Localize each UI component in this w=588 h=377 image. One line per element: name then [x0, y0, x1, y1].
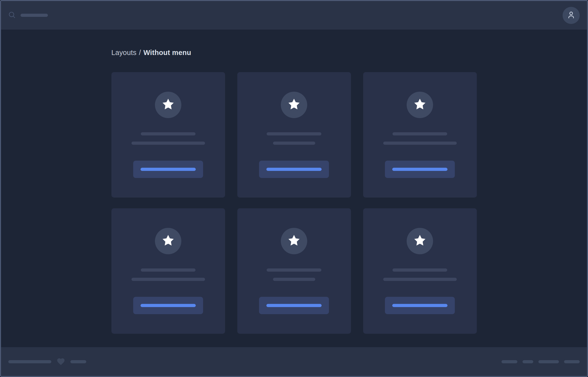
star-icon	[162, 98, 174, 112]
card-subtitle-skeleton	[383, 278, 457, 281]
card-subtitle-skeleton	[273, 278, 315, 281]
card-title-skeleton	[267, 269, 321, 272]
card-avatar	[407, 228, 433, 254]
card-action-button[interactable]	[133, 161, 203, 178]
card-title-skeleton	[141, 132, 196, 135]
breadcrumb: Layouts/Without menu	[111, 48, 477, 57]
user-menu-button[interactable]	[563, 7, 580, 24]
footer-left-group	[8, 357, 86, 366]
footer-link-skeleton[interactable]	[538, 360, 559, 363]
star-icon	[414, 234, 426, 248]
content-area: Layouts/Without menu	[1, 30, 587, 347]
footer-links-group	[501, 360, 580, 363]
footer-bar	[1, 347, 587, 376]
card-action-button[interactable]	[385, 297, 455, 314]
footer-text-skeleton	[8, 360, 51, 363]
card-avatar	[155, 92, 181, 118]
card-title-skeleton	[267, 132, 321, 135]
card-action-button[interactable]	[133, 297, 203, 314]
card-title-skeleton	[392, 132, 447, 135]
breadcrumb-separator: /	[139, 49, 141, 57]
search-icon	[8, 11, 16, 20]
card	[363, 208, 477, 334]
button-label-skeleton	[392, 304, 448, 307]
star-icon	[162, 234, 174, 248]
card-title-skeleton	[141, 269, 196, 272]
card-action-button[interactable]	[259, 297, 329, 314]
card-action-button[interactable]	[385, 161, 455, 178]
button-label-skeleton	[140, 304, 196, 307]
star-icon	[288, 234, 300, 248]
button-label-skeleton	[392, 168, 448, 171]
card-avatar	[155, 228, 181, 254]
search-input[interactable]	[8, 11, 48, 20]
footer-text-skeleton	[70, 360, 86, 363]
card	[111, 208, 225, 334]
card-subtitle-skeleton	[131, 278, 205, 281]
heart-icon	[56, 357, 66, 366]
card-subtitle-skeleton	[383, 141, 457, 145]
breadcrumb-link-layouts[interactable]: Layouts	[111, 49, 137, 57]
app-window: Layouts/Without menu	[0, 0, 588, 377]
card	[237, 72, 351, 198]
star-icon	[288, 98, 300, 112]
footer-link-skeleton[interactable]	[522, 360, 533, 363]
card-title-skeleton	[392, 269, 447, 272]
search-placeholder-skeleton	[21, 14, 48, 17]
card-avatar	[407, 92, 433, 118]
card	[237, 208, 351, 334]
card-action-button[interactable]	[259, 161, 329, 178]
top-bar	[1, 1, 587, 30]
button-label-skeleton	[266, 168, 322, 171]
footer-link-skeleton[interactable]	[501, 360, 517, 363]
star-icon	[414, 98, 426, 112]
footer-link-skeleton[interactable]	[564, 360, 580, 363]
button-label-skeleton	[266, 304, 322, 307]
card-grid	[111, 72, 477, 334]
card-subtitle-skeleton	[131, 141, 205, 145]
card	[363, 72, 477, 198]
card-avatar	[281, 92, 307, 118]
user-icon	[566, 10, 576, 21]
card	[111, 72, 225, 198]
card-subtitle-skeleton	[273, 141, 315, 145]
breadcrumb-current-page: Without menu	[143, 49, 191, 57]
button-label-skeleton	[140, 168, 196, 171]
card-avatar	[281, 228, 307, 254]
